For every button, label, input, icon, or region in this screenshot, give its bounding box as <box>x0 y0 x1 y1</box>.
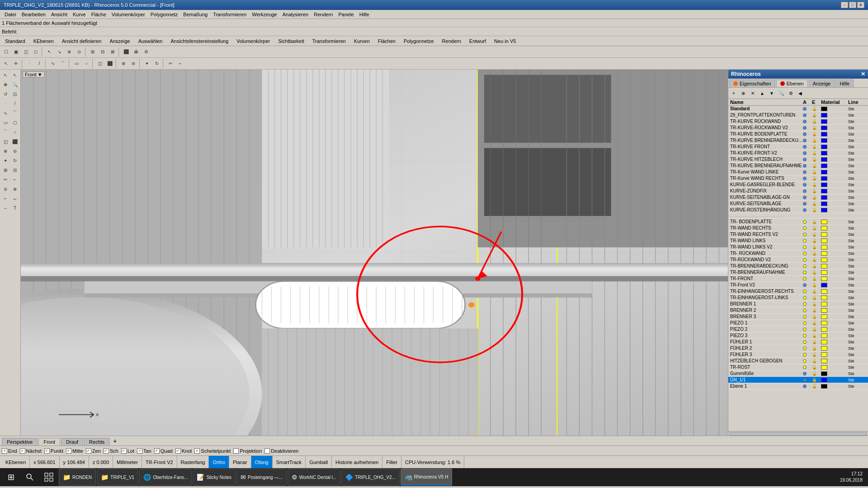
layer-visibility-icon[interactable] <box>803 366 812 369</box>
layer-row[interactable]: GN_1/1🔓Ste <box>728 377 868 383</box>
layer-visibility-icon[interactable] <box>803 196 812 199</box>
layer-visibility-icon[interactable] <box>803 359 812 363</box>
right-tab-hilfe[interactable]: Hilfe <box>835 80 854 87</box>
taskbar-app-triple_ohg[interactable]: 🔷TRIPLE_OHG_V2... <box>341 469 399 486</box>
layer-row[interactable]: TR- RÜCKWAND🔓Ste <box>728 250 868 257</box>
snap-checkbox[interactable] <box>175 448 181 454</box>
snap-checkbox[interactable] <box>194 448 200 454</box>
line-btn[interactable]: / <box>34 59 44 69</box>
layer-material[interactable] <box>821 220 848 224</box>
tb-btn-3[interactable]: ◫ <box>21 47 31 57</box>
tb-btn-1[interactable]: ☐ <box>1 47 11 57</box>
snap-checkbox[interactable] <box>154 448 160 454</box>
select-btn2[interactable]: ✛ <box>11 59 21 69</box>
maximize-button[interactable]: □ <box>849 2 856 8</box>
layer-row[interactable]: ........................................… <box>728 213 868 219</box>
layer-lock-icon[interactable]: 🔓 <box>812 119 821 124</box>
snap-item-deaktivieren[interactable]: Deaktivieren <box>264 448 298 454</box>
scale-tool[interactable]: ⊞ <box>1 165 10 174</box>
snap-item-sch[interactable]: Sch <box>104 448 118 454</box>
command-input[interactable] <box>19 29 155 34</box>
layer-material[interactable] <box>821 170 848 174</box>
layer-visibility-icon[interactable] <box>803 220 812 224</box>
layer-visibility-icon[interactable] <box>803 202 812 206</box>
status-ortho[interactable]: Ortho <box>209 456 229 468</box>
snap-checkbox[interactable] <box>2 448 7 454</box>
layer-row[interactable]: TR-KURVE BRENNERABDECKUNG🔓Ste <box>728 137 868 144</box>
layer-material[interactable] <box>821 359 848 363</box>
menu-item-volumenkörper[interactable]: Volumenkörper <box>109 11 148 18</box>
move-up-btn[interactable]: ▲ <box>758 89 767 98</box>
layer-lock-icon[interactable]: 🔓 <box>812 170 821 174</box>
zoom-ext[interactable]: ⊡ <box>10 89 19 99</box>
layer-lock-icon[interactable]: 🔓 <box>812 258 821 262</box>
layer-lock-icon[interactable]: 🔓 <box>812 289 821 294</box>
tab-kebenen[interactable]: KEbenen <box>29 37 58 46</box>
snap-item-quad[interactable]: Quad <box>154 448 173 454</box>
layer-lock-icon[interactable]: 🔓 <box>812 296 821 300</box>
tb-btn-14[interactable]: ⚙ <box>141 47 151 57</box>
layer-material[interactable] <box>821 151 848 155</box>
tb-btn-7[interactable]: ⊕ <box>64 47 74 57</box>
rotate-btn[interactable]: ↻ <box>152 59 162 69</box>
snap-item-lot[interactable]: Lot <box>121 448 134 454</box>
layer-visibility-icon[interactable] <box>803 189 812 193</box>
layer-row[interactable]: TR-KURVE-RÜCKWAND V2🔓Ste <box>728 125 868 131</box>
layer-material[interactable] <box>821 245 848 249</box>
extrude-tool[interactable]: ⬛ <box>10 137 19 146</box>
snap-checkbox[interactable] <box>66 448 71 454</box>
layer-lock-icon[interactable]: 🔓 <box>812 164 821 168</box>
layer-visibility-icon[interactable] <box>803 283 812 287</box>
layer-visibility-icon[interactable] <box>803 139 812 142</box>
layer-visibility-icon[interactable] <box>803 372 812 375</box>
circ-btn[interactable]: ○ <box>81 59 91 69</box>
layer-material[interactable] <box>821 308 848 313</box>
layer-row[interactable]: TR-FRONT🔓Ste <box>728 276 868 282</box>
layer-material[interactable] <box>821 226 848 230</box>
layer-material[interactable] <box>821 327 848 332</box>
poly-tool[interactable]: ⬡ <box>10 118 19 127</box>
menu-item-ansicht[interactable]: Ansicht <box>48 11 70 18</box>
layer-lock-icon[interactable]: 🔓 <box>812 340 821 344</box>
layer-material[interactable] <box>821 289 848 294</box>
snap-checkbox[interactable] <box>44 448 50 454</box>
layer-material[interactable] <box>821 119 848 124</box>
layer-row[interactable]: Standard🔓Ste <box>728 106 868 112</box>
status-rasterfang[interactable]: Rasterfang <box>177 456 209 468</box>
layer-lock-icon[interactable]: 🔓 <box>812 308 821 313</box>
right-tab-eigenschaften[interactable]: Eigenschaften <box>729 80 775 87</box>
layer-row[interactable]: TR-BRENNERABDECKUNG🔓Ste <box>728 263 868 269</box>
viewport-tab-perspektive[interactable]: Perspektive <box>2 438 38 446</box>
layer-lock-icon[interactable]: 🔓 <box>812 107 821 111</box>
menu-item-analysieren[interactable]: Analysieren <box>280 11 311 18</box>
tab-auswählen[interactable]: Auswählen <box>134 37 167 46</box>
layer-visibility-icon[interactable] <box>803 177 812 180</box>
settings-btn[interactable]: ⚙ <box>786 89 795 98</box>
snap-checkbox[interactable] <box>20 448 25 454</box>
text-tool[interactable]: T <box>10 203 19 212</box>
snap-item-scheitelpunkt[interactable]: Scheitelpunkt <box>194 448 231 454</box>
trim-tool[interactable]: ✂ <box>1 175 10 184</box>
delete-layer-btn[interactable]: ✕ <box>748 89 757 98</box>
taskbar-app-file-explorer-2[interactable]: 📁TRIPLE_V1 <box>97 469 138 486</box>
layer-lock-icon[interactable]: 🔓 <box>812 384 821 389</box>
close-button[interactable]: ✕ <box>857 2 864 8</box>
layer-row[interactable]: KURVE-ROSTEINHÄNGUNG🔓Ste <box>728 207 868 213</box>
layer-visibility-icon[interactable] <box>803 302 812 306</box>
layer-material[interactable] <box>821 251 848 256</box>
layer-row[interactable]: KURVE-SEITENABLAGE-GN🔓Ste <box>728 194 868 201</box>
layer-material[interactable] <box>821 302 848 306</box>
layer-material[interactable] <box>821 239 848 243</box>
layer-material[interactable] <box>821 270 848 275</box>
menu-item-rendern[interactable]: Rendern <box>311 11 335 18</box>
snap-item-tan[interactable]: Tan <box>137 448 151 454</box>
layer-lock-icon[interactable]: 🔓 <box>812 176 821 181</box>
point-btn[interactable]: · <box>24 59 34 69</box>
layer-row[interactable]: TR-ROST🔓Ste <box>728 364 868 371</box>
tab-sichtbarkeit[interactable]: Sichtbarkeit <box>274 37 308 46</box>
layer-lock-icon[interactable]: 🔓 <box>812 314 821 319</box>
layers-horizontal-scroll[interactable] <box>728 431 868 436</box>
layer-row[interactable]: TR-KURVE HITZEBLECH🔓Ste <box>728 156 868 163</box>
snap-checkbox[interactable] <box>264 448 270 454</box>
new-sublayer-btn[interactable]: ⊕ <box>739 89 748 98</box>
